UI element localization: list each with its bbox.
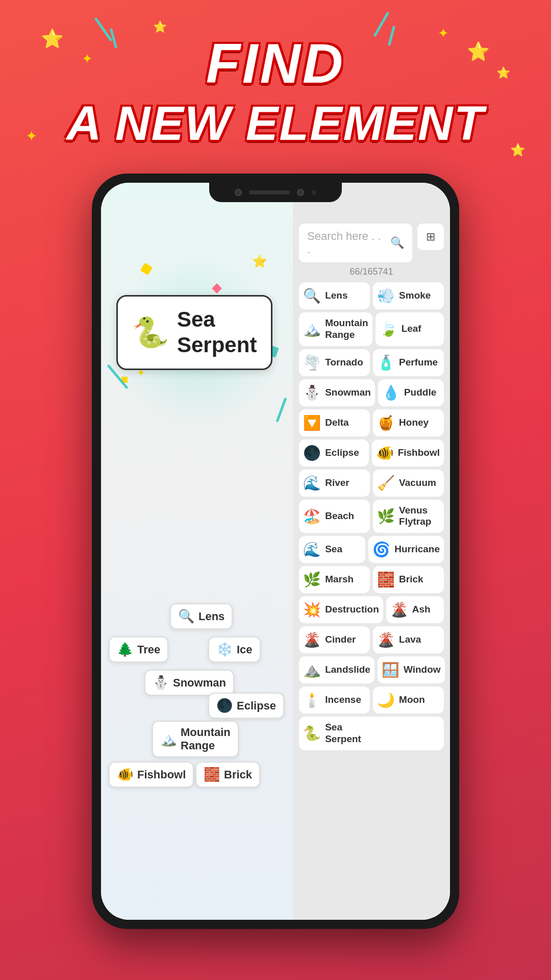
left-panel: ⭐ ✦ 🐍 SeaSerpent 🔍 Lens <box>101 183 293 920</box>
filter-button[interactable]: ⊞ <box>417 224 444 250</box>
elem-eclipse[interactable]: 🌑 Eclipse <box>299 439 368 467</box>
elem-row-5: 🌑 Eclipse 🐠 Fishbowl <box>299 439 444 467</box>
elem-perfume[interactable]: 🧴 Perfume <box>373 349 444 376</box>
title-area: FIND A NEW ELEMENT <box>0 0 551 151</box>
elem-row-13: 🕯️ Incense 🌙 Moon <box>299 687 444 714</box>
elem-venus-flytrap[interactable]: 🌿 VenusFlytrap <box>373 500 444 533</box>
elem-incense[interactable]: 🕯️ Incense <box>299 687 370 714</box>
elem-row-7: 🏖️ Beach 🌿 VenusFlytrap <box>299 500 444 533</box>
elem-fishbowl[interactable]: 🐠 Fishbowl <box>372 439 444 467</box>
node-eclipse[interactable]: 🌑 Eclipse <box>208 693 284 719</box>
elem-destruction[interactable]: 💥 Destruction <box>299 596 383 623</box>
elem-ash[interactable]: 🌋 Ash <box>386 596 444 623</box>
element-count: 66/165741 <box>299 266 444 277</box>
elem-hurricane[interactable]: 🌀 Hurricane <box>368 536 444 563</box>
title-line2: A NEW ELEMENT <box>0 95 551 151</box>
node-snowman[interactable]: ⛄ Snowman <box>144 670 234 696</box>
search-icon: 🔍 <box>390 236 404 250</box>
elem-smoke[interactable]: 💨 Smoke <box>373 282 444 309</box>
elem-row-6: 🌊 River 🧹 Vacuum <box>299 470 444 497</box>
elem-snowman[interactable]: ⛄ Snowman <box>299 379 375 406</box>
right-panel[interactable]: Search here . . . 🔍 ⊞ 66/165741 🔍 Lens <box>293 183 450 920</box>
elem-landslide[interactable]: ⛰️ Landslide <box>299 656 374 683</box>
title-line1: FIND <box>0 31 551 95</box>
node-tree[interactable]: 🌲 Tree <box>109 636 168 663</box>
node-lens[interactable]: 🔍 Lens <box>170 603 233 629</box>
element-nodes-area: 🔍 Lens 🌲 Tree ❄️ Ice ⛄ <box>109 603 288 797</box>
spark-left-2 <box>276 398 287 423</box>
elem-brick[interactable]: 🧱 Brick <box>373 566 444 593</box>
elem-row-8: 🌊 Sea 🌀 Hurricane <box>299 536 444 563</box>
notch-camera-left <box>235 189 242 196</box>
elem-cinder[interactable]: 🌋 Cinder <box>299 626 370 653</box>
elem-row-10: 💥 Destruction 🌋 Ash <box>299 596 444 623</box>
elem-marsh[interactable]: 🌿 Marsh <box>299 566 370 593</box>
element-list: 🔍 Lens 💨 Smoke 🏔️ MountainRange <box>299 282 444 750</box>
phone-frame: ⭐ ✦ 🐍 SeaSerpent 🔍 Lens <box>92 174 459 929</box>
elem-row-2: 🌪️ Tornado 🧴 Perfume <box>299 349 444 376</box>
phone-screen: ⭐ ✦ 🐍 SeaSerpent 🔍 Lens <box>101 183 450 920</box>
elem-row-4: 🔽 Delta 🍯 Honey <box>299 409 444 436</box>
elem-river[interactable]: 🌊 River <box>299 470 370 497</box>
elem-row-1: 🏔️ MountainRange 🍃 Leaf <box>299 312 444 346</box>
elem-lava[interactable]: 🌋 Lava <box>373 626 444 653</box>
elem-row-12: ⛰️ Landslide 🪟 Window <box>299 656 444 683</box>
notch-camera-right <box>297 189 304 196</box>
node-fishbowl[interactable]: 🐠 Fishbowl <box>109 762 194 788</box>
elem-mountain-range[interactable]: 🏔️ MountainRange <box>299 312 372 346</box>
search-bar: Search here . . . 🔍 ⊞ <box>299 224 444 262</box>
notch-speaker <box>249 190 290 194</box>
search-placeholder: Search here . . . <box>307 230 385 256</box>
elem-row-9: 🌿 Marsh 🧱 Brick <box>299 566 444 593</box>
confetti-star-1: ⭐ <box>252 254 267 268</box>
elem-row-14: 🐍 SeaSerpent <box>299 717 444 750</box>
new-element-banner: 🐍 SeaSerpent <box>116 295 272 370</box>
elem-row-0: 🔍 Lens 💨 Smoke <box>299 282 444 309</box>
sea-serpent-name: SeaSerpent <box>177 307 257 358</box>
elem-honey[interactable]: 🍯 Honey <box>373 409 444 436</box>
elem-moon[interactable]: 🌙 Moon <box>373 687 444 714</box>
elem-vacuum[interactable]: 🧹 Vacuum <box>373 470 444 497</box>
elem-row-11: 🌋 Cinder 🌋 Lava <box>299 626 444 653</box>
node-ice[interactable]: ❄️ Ice <box>208 636 261 663</box>
elem-window[interactable]: 🪟 Window <box>378 656 445 683</box>
elem-puddle[interactable]: 💧 Puddle <box>378 379 444 406</box>
search-input-container[interactable]: Search here . . . 🔍 <box>299 224 412 262</box>
elem-row-3: ⛄ Snowman 💧 Puddle <box>299 379 444 406</box>
phone-container: ⭐ ✦ 🐍 SeaSerpent 🔍 Lens <box>92 174 459 939</box>
phone-notch <box>209 183 342 202</box>
sea-serpent-icon: 🐍 <box>132 315 169 350</box>
elem-sea-serpent[interactable]: 🐍 SeaSerpent <box>299 717 444 750</box>
elem-beach[interactable]: 🏖️ Beach <box>299 500 370 533</box>
notch-dot <box>311 190 316 195</box>
elem-leaf[interactable]: 🍃 Leaf <box>375 312 444 346</box>
elem-delta[interactable]: 🔽 Delta <box>299 409 370 436</box>
elem-sea[interactable]: 🌊 Sea <box>299 536 365 563</box>
elem-tornado[interactable]: 🌪️ Tornado <box>299 349 370 376</box>
node-brick[interactable]: 🧱 Brick <box>195 762 260 788</box>
elem-lens[interactable]: 🔍 Lens <box>299 282 370 309</box>
node-mountain-range[interactable]: 🏔️ Mountain Range <box>152 721 239 757</box>
